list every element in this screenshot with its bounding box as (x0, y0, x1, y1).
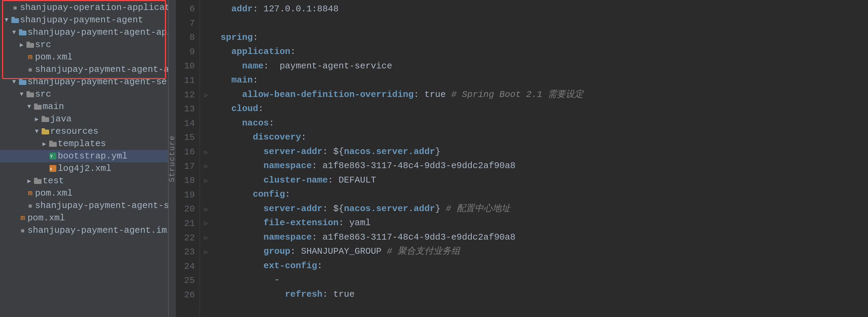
gutter-item: ▷ (204, 230, 208, 245)
tree-label: shanjupay-payment-agent (20, 15, 143, 25)
code-token: namespace (221, 159, 312, 173)
folder-plain-icon (48, 141, 58, 147)
code-token: : DEFAULT (328, 173, 376, 188)
code-token: : payment-agent-service (264, 59, 392, 74)
code-token: : (285, 187, 290, 202)
folder-plain-icon (25, 42, 35, 48)
code-token: : a1f8e863-3117-48c4-9dd3-e9ddc2af90a8 (312, 230, 515, 245)
line-num: 17 (176, 160, 195, 174)
code-token: : ${ (322, 145, 344, 159)
svg-text:Y: Y (50, 154, 53, 159)
line-num: 26 (176, 288, 195, 303)
code-line-20: server-addr : ${ nacos.server.addr } # 配… (221, 202, 868, 216)
tree-item-bootstrap-yml[interactable]: Y bootstrap.yml (0, 150, 168, 162)
code-token: server-addr (221, 202, 322, 216)
code-line-15: discovery : (221, 131, 868, 145)
tree-item-test[interactable]: test (0, 175, 168, 187)
code-line-10: name : payment-agent-service (221, 59, 868, 74)
iml-icon: ◼ (25, 66, 35, 73)
iml-icon: ◼ (18, 227, 27, 234)
tree-label: shanjupay-payment-agent-service.iml (35, 200, 168, 211)
code-line-14: nacos : (221, 116, 868, 131)
line-num: 23 (176, 245, 195, 260)
tree-item-pom-agent[interactable]: m pom.xml (0, 212, 168, 224)
tree-item-main[interactable]: main (0, 100, 168, 113)
arrow-right-icon (18, 41, 25, 48)
tree-item-pom-service[interactable]: m pom.xml (0, 187, 168, 199)
tree-item-log4j2-xml[interactable]: X log4j2.xml (0, 162, 168, 175)
tree-item-src-service[interactable]: src (0, 88, 168, 100)
tree-label: shanjupay-payment-agent-service (27, 77, 168, 87)
code-token: cloud (221, 102, 258, 116)
svg-rect-22 (34, 179, 42, 184)
tree-item-operation-iml[interactable]: ◼ shanjupay-operation-application.iml (0, 1, 168, 14)
line-num: 7 (176, 17, 195, 31)
tree-item-iml-service[interactable]: ◼ shanjupay-payment-agent-service.iml (0, 199, 168, 212)
svg-rect-23 (34, 178, 37, 180)
code-token: : (301, 130, 307, 145)
folder-blue-icon (18, 29, 27, 35)
arrow-right-icon (33, 115, 41, 123)
tree-item-iml-agent-root[interactable]: ◼ shanjupay-payment-agent.iml (0, 224, 168, 237)
tree-item-resources[interactable]: resources (0, 125, 168, 138)
tree-item-templates[interactable]: templates (0, 138, 168, 150)
line-num: 9 (176, 45, 195, 59)
svg-rect-1 (11, 17, 15, 19)
tree-item-payment-agent-api[interactable]: shanjupay-payment-agent-api (0, 26, 168, 39)
code-line-8: spring : (221, 31, 868, 45)
arrow-down-icon (3, 17, 10, 23)
svg-rect-16 (49, 142, 57, 147)
code-token: - (221, 273, 280, 287)
code-token: : (258, 102, 264, 116)
line-numbers: 6 7 8 9 10 11 12 13 14 15 16 17 18 19 20… (176, 0, 200, 317)
line-num: 24 (176, 260, 195, 274)
folder-yellow-icon (41, 128, 50, 134)
code-lines[interactable]: addr : 127.0.0.1:8848 spring : applicati… (212, 0, 868, 317)
tree-label: pom.xml (27, 213, 65, 223)
code-token: : true (322, 287, 355, 302)
code-token: group (221, 244, 290, 259)
tree-item-iml-api[interactable]: ◼ shanjupay-payment-agent-api.iml (0, 63, 168, 76)
tree-item-payment-agent-service[interactable]: shanjupay-payment-agent-service (0, 76, 168, 88)
gutter-item: ▷ (204, 88, 208, 102)
code-line-21: file-extension : yaml (221, 216, 868, 231)
svg-rect-17 (49, 141, 53, 143)
svg-rect-0 (11, 18, 19, 23)
tree-item-java[interactable]: java (0, 113, 168, 125)
gutter-item: ▷ (204, 173, 208, 188)
svg-rect-11 (34, 103, 37, 106)
line-num: 18 (176, 174, 195, 188)
arrow-down-icon (18, 91, 25, 98)
line-num: 14 (176, 117, 195, 131)
code-token: # 配置中心地址 (446, 202, 510, 216)
code-token: # Spring Boot 2.1 需要设定 (451, 88, 583, 102)
folder-blue-icon (10, 17, 20, 23)
line-num: 19 (176, 188, 195, 203)
tree-item-payment-agent[interactable]: shanjupay-payment-agent (0, 14, 168, 26)
tree-label: shanjupay-payment-agent-api (27, 27, 168, 37)
code-line-12: allow-bean-definition-overriding : true … (221, 88, 868, 102)
iml-icon: ◼ (25, 202, 35, 209)
code-line-22: namespace : a1f8e863-3117-48c4-9dd3-e9dd… (221, 230, 868, 245)
tree-item-pom-api[interactable]: m pom.xml (0, 51, 168, 63)
gutter-item: ▷ (204, 202, 208, 216)
svg-rect-10 (34, 105, 42, 110)
folder-plain-icon (33, 178, 43, 184)
code-token: nacos (221, 116, 269, 131)
tree-label: resources (50, 126, 98, 136)
svg-rect-9 (26, 91, 30, 93)
code-token: : 127.0.0.1:8848 (253, 2, 339, 17)
line-num: 20 (176, 202, 195, 217)
folder-blue-icon (18, 79, 27, 85)
tree-label: shanjupay-payment-agent.iml (27, 225, 168, 236)
folder-plain-icon (25, 91, 35, 97)
arrow-right-icon (25, 177, 33, 185)
code-token: addr (221, 2, 253, 17)
code-line-7 (221, 17, 868, 31)
svg-rect-13 (42, 116, 45, 118)
tree-item-src-api[interactable]: src (0, 39, 168, 51)
xml-icon: X (48, 165, 58, 172)
line-num: 15 (176, 131, 195, 145)
svg-rect-14 (42, 130, 49, 134)
arrow-down-icon (10, 78, 18, 85)
